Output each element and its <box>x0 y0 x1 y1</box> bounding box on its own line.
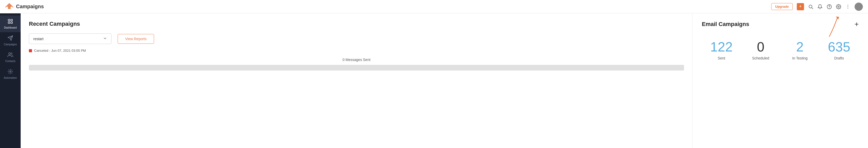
right-panel: Email Campaigns + 122 Sent 0 S <box>692 13 868 148</box>
sidebar-label-automation: Automation <box>4 76 17 79</box>
right-panel-header: Email Campaigns + <box>702 21 859 28</box>
svg-point-13 <box>9 71 11 72</box>
search-icon[interactable] <box>808 4 813 9</box>
stat-scheduled-value: 0 <box>741 40 780 53</box>
stat-in-testing-value: 2 <box>780 40 819 53</box>
sidebar: Dashboard Campaigns Contacts Automation <box>0 13 21 148</box>
campaign-dropdown[interactable]: restart <box>29 33 112 44</box>
add-campaign-button[interactable]: + <box>855 21 859 28</box>
avatar[interactable] <box>855 3 863 11</box>
progress-bar <box>29 65 684 71</box>
sidebar-label-campaigns: Campaigns <box>4 43 17 46</box>
campaigns-icon <box>7 35 13 42</box>
header-right: Upgrade + <box>771 3 863 11</box>
arrow-annotation <box>809 16 842 40</box>
stat-sent-label: Sent <box>702 56 741 60</box>
help-icon[interactable] <box>827 4 832 9</box>
svg-point-6 <box>848 6 848 7</box>
main-layout: Dashboard Campaigns Contacts Automation … <box>0 13 868 148</box>
settings-icon[interactable] <box>836 4 841 9</box>
chevron-down-icon <box>103 36 107 41</box>
view-reports-button[interactable]: View Reports <box>118 34 154 44</box>
sidebar-item-campaigns[interactable]: Campaigns <box>0 32 21 49</box>
stat-in-testing: 2 In Testing <box>780 40 819 60</box>
svg-rect-11 <box>11 22 12 24</box>
content-area: Recent Campaigns restart View Reports Ca… <box>21 13 868 148</box>
stat-in-testing-label: In Testing <box>780 56 819 60</box>
upgrade-button[interactable]: Upgrade <box>771 3 793 10</box>
sidebar-item-automation[interactable]: Automation <box>0 66 21 82</box>
stats-row: 122 Sent 0 Scheduled 2 In Testing 635 Dr… <box>702 40 859 60</box>
sidebar-item-contacts[interactable]: Contacts <box>0 49 21 66</box>
more-icon[interactable] <box>845 4 850 9</box>
svg-point-12 <box>9 53 10 54</box>
svg-point-4 <box>838 6 839 7</box>
stat-scheduled: 0 Scheduled <box>741 40 780 60</box>
stat-drafts-label: Drafts <box>819 56 859 60</box>
recent-campaigns-title: Recent Campaigns <box>29 21 684 27</box>
status-cancelled-icon <box>29 49 32 52</box>
stat-scheduled-label: Scheduled <box>741 56 780 60</box>
svg-rect-8 <box>8 19 10 21</box>
app-title: Campaigns <box>16 4 44 9</box>
campaign-selector-row: restart View Reports <box>29 33 684 44</box>
dashboard-icon <box>7 18 13 25</box>
logo-icon <box>5 3 13 11</box>
stat-drafts: 635 Drafts <box>819 40 859 60</box>
svg-point-5 <box>848 5 848 5</box>
svg-line-1 <box>812 7 813 9</box>
svg-rect-9 <box>11 19 12 21</box>
svg-marker-14 <box>836 16 839 20</box>
stat-sent-value: 122 <box>702 40 741 53</box>
stat-drafts-value: 635 <box>819 40 859 53</box>
svg-point-7 <box>848 8 848 8</box>
campaign-status: Canceled - Jun 07, 2021 03:05 PM <box>29 49 684 52</box>
stat-sent: 122 Sent <box>702 40 741 60</box>
campaign-dropdown-value: restart <box>33 37 43 41</box>
sidebar-item-dashboard[interactable]: Dashboard <box>0 15 21 32</box>
sidebar-label-contacts: Contacts <box>5 60 15 63</box>
svg-rect-10 <box>8 22 10 24</box>
header-left: Campaigns <box>5 3 44 11</box>
status-text: Canceled - Jun 07, 2021 03:05 PM <box>34 49 86 52</box>
sidebar-label-dashboard: Dashboard <box>4 26 17 29</box>
top-header: Campaigns Upgrade + <box>0 0 868 13</box>
add-button[interactable]: + <box>797 3 804 10</box>
email-campaigns-title: Email Campaigns <box>702 21 749 28</box>
bell-icon[interactable] <box>817 4 823 9</box>
automation-icon <box>7 69 13 75</box>
messages-sent-label: 0 Messages Sent <box>29 58 684 62</box>
contacts-icon <box>7 52 13 59</box>
left-panel: Recent Campaigns restart View Reports Ca… <box>21 13 692 148</box>
